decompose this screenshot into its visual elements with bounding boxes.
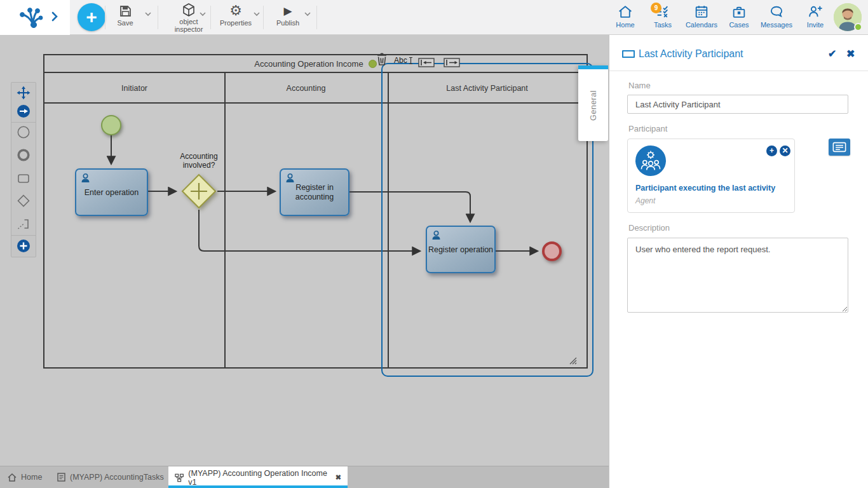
palette-divider xyxy=(11,122,36,123)
tab-accounting-operation-income-active[interactable]: (MYAPP) Accounting Operation Income v1 ✖ xyxy=(168,466,348,488)
tasks-badge: 9 xyxy=(651,3,661,13)
add-participant-button[interactable]: + xyxy=(766,146,777,156)
save-dropdown-chevron-icon[interactable] xyxy=(144,11,152,17)
end-event-tool-icon[interactable] xyxy=(17,148,31,162)
lane-header-accounting[interactable]: Accounting xyxy=(224,73,388,104)
palette-divider xyxy=(11,235,36,236)
toolbar-divider xyxy=(263,6,264,29)
user-task-icon xyxy=(80,173,91,184)
logo-area xyxy=(0,0,70,35)
insert-lane-left-icon[interactable] xyxy=(418,58,435,67)
nav-calendars[interactable]: Calendars xyxy=(684,4,719,29)
chat-bubble-icon xyxy=(768,4,785,20)
lane-header-initiator[interactable]: Initiator xyxy=(44,73,224,104)
task-tool-icon[interactable] xyxy=(17,172,31,186)
list-icon xyxy=(832,142,846,152)
toolbar-divider xyxy=(105,6,105,29)
save-icon xyxy=(119,3,132,19)
rename-tool[interactable]: Abc xyxy=(394,56,414,65)
gateway-accounting-involved[interactable] xyxy=(180,173,217,210)
task-register-in-accounting[interactable]: Register in accounting xyxy=(280,168,349,216)
gateway-tool-icon[interactable] xyxy=(17,194,31,208)
add-element-tool-icon[interactable] xyxy=(17,239,31,253)
description-textarea[interactable]: User who entered the report request. xyxy=(627,238,848,313)
nav-cases[interactable]: Cases xyxy=(723,4,755,29)
task-enter-operation[interactable]: Enter operation xyxy=(75,168,148,216)
name-label: Name xyxy=(628,81,651,90)
diagram-canvas[interactable]: Accounting Operation Income Initiator Ac… xyxy=(0,35,609,466)
play-icon: ▶ xyxy=(283,3,292,19)
lane-divider[interactable] xyxy=(224,73,226,367)
cube-icon xyxy=(182,3,196,18)
save-button[interactable]: Save xyxy=(107,3,144,33)
general-properties-tab[interactable]: General xyxy=(578,65,608,141)
document-tabbar: Home (MYAPP) AccountingTasks ✖ (MYAPP) A… xyxy=(0,466,609,488)
close-tab-icon[interactable]: ✖ xyxy=(336,473,341,482)
toolbar-divider xyxy=(210,6,211,29)
tab-accounting-tasks[interactable]: (MYAPP) AccountingTasks ✖ xyxy=(51,466,180,488)
publish-button[interactable]: ▶ Publish xyxy=(266,3,310,33)
text-cursor-icon xyxy=(408,57,414,65)
toolbar-divider xyxy=(158,6,158,29)
panel-header: Last Activity Participant ✔ ✖ xyxy=(609,35,868,71)
properties-dropdown-chevron-icon[interactable] xyxy=(253,11,261,17)
add-button[interactable]: + xyxy=(78,3,105,31)
participant-agent-icon xyxy=(635,146,666,176)
close-panel-icon[interactable]: ✖ xyxy=(846,48,855,60)
annotation-tool-icon[interactable] xyxy=(17,217,31,231)
nav-invite[interactable]: Invite xyxy=(799,4,831,29)
nav-messages[interactable]: Messages xyxy=(758,4,795,29)
calendar-icon xyxy=(693,4,710,20)
sequence-flow-tool-icon[interactable] xyxy=(17,104,31,118)
process-tab-icon xyxy=(175,473,184,482)
select-participant-button[interactable] xyxy=(829,139,850,156)
start-event-tool-icon[interactable] xyxy=(17,125,31,139)
lane-selection-outline[interactable] xyxy=(381,63,593,377)
top-toolbar: + Save object inspector ⚙ Properties ▶ P… xyxy=(0,0,868,35)
participant-name-link[interactable]: Participant executing the last activity xyxy=(635,184,789,193)
confirm-check-icon[interactable]: ✔ xyxy=(828,48,836,60)
gateway-label: Accounting involved? xyxy=(167,152,231,170)
pool-title: Accounting Operation Income xyxy=(254,59,363,69)
lane-shape-icon xyxy=(622,50,635,58)
tab-home[interactable]: Home xyxy=(1,466,48,488)
properties-button[interactable]: ⚙ Properties xyxy=(212,3,259,33)
list-tab-icon xyxy=(57,473,65,482)
shape-palette xyxy=(11,82,36,257)
properties-panel: Last Activity Participant ✔ ✖ Name Parti… xyxy=(609,35,868,488)
home-tab-icon xyxy=(8,473,17,482)
person-add-icon xyxy=(807,4,824,20)
general-tab-label: General xyxy=(589,90,598,121)
gear-icon: ⚙ xyxy=(229,3,242,19)
remove-participant-button[interactable]: ✕ xyxy=(780,146,790,156)
insert-lane-right-icon[interactable] xyxy=(444,58,460,67)
user-task-icon xyxy=(285,173,295,184)
panel-title: Last Activity Participant xyxy=(639,48,743,60)
participant-label: Participant xyxy=(628,124,667,133)
delete-trash-icon[interactable] xyxy=(376,52,388,66)
home-icon xyxy=(617,4,634,20)
participant-card: + ✕ Participant executing the last activ… xyxy=(627,139,795,213)
briefcase-icon xyxy=(731,4,747,20)
object-inspector-dropdown-chevron-icon[interactable] xyxy=(199,11,207,17)
toolbar-divider xyxy=(316,6,317,29)
description-label: Description xyxy=(628,223,670,233)
start-event[interactable] xyxy=(101,115,121,135)
participant-type: Agent xyxy=(635,196,655,205)
app-logo-icon[interactable] xyxy=(18,6,43,29)
name-input[interactable] xyxy=(627,95,848,114)
nav-home[interactable]: Home xyxy=(609,4,641,29)
publish-dropdown-chevron-icon[interactable] xyxy=(304,11,311,17)
object-inspector-button[interactable]: object inspector xyxy=(161,3,216,33)
active-tab-underline xyxy=(168,485,348,488)
move-tool-icon[interactable] xyxy=(17,86,31,100)
online-status-dot xyxy=(854,23,862,31)
expand-menu-chevron-icon[interactable] xyxy=(51,11,58,22)
